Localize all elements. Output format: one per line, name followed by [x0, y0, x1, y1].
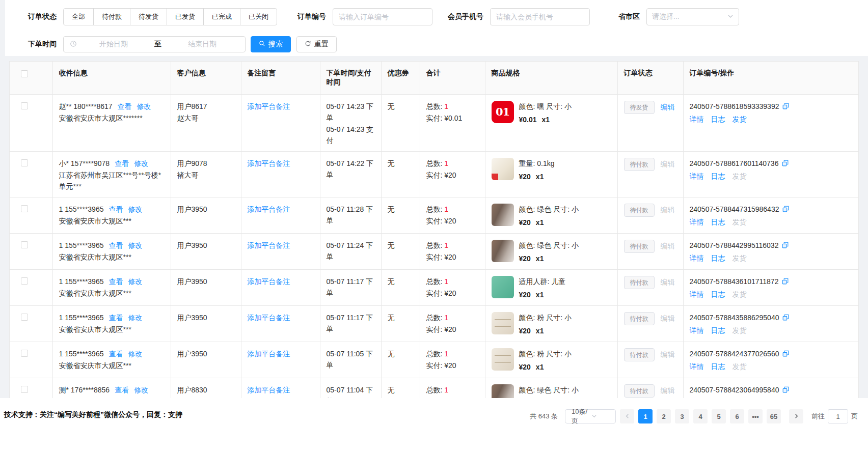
add-note-link[interactable]: 添加平台备注	[248, 350, 290, 358]
view-link[interactable]: 查看	[108, 205, 123, 213]
row-checkbox[interactable]	[21, 205, 28, 212]
edit-status-link[interactable]: 编辑	[661, 350, 675, 358]
search-button[interactable]: 搜索	[251, 36, 291, 52]
edit-status-link[interactable]: 编辑	[661, 206, 675, 214]
row-checkbox[interactable]	[21, 159, 28, 166]
view-link[interactable]: 查看	[108, 314, 123, 322]
copy-icon[interactable]	[781, 278, 789, 287]
product-spec: 颜色: 粉 尺寸: 小	[519, 312, 572, 323]
log-link[interactable]: 日志	[711, 172, 725, 180]
add-note-link[interactable]: 添加平台备注	[248, 159, 290, 167]
detail-link[interactable]: 详情	[690, 326, 704, 334]
status-tab-已关闭[interactable]: 已关闭	[240, 8, 277, 25]
page-size-select[interactable]: 10条/页	[565, 409, 616, 423]
detail-link[interactable]: 详情	[690, 115, 704, 123]
modify-link[interactable]: 修改	[137, 102, 151, 110]
edit-status-link[interactable]: 编辑	[661, 103, 675, 111]
copy-icon[interactable]	[781, 242, 789, 250]
ship-link[interactable]: 发货	[733, 218, 747, 226]
modify-link[interactable]: 修改	[134, 386, 148, 394]
status-tab-待发货[interactable]: 待发货	[130, 8, 167, 25]
modify-link[interactable]: 修改	[128, 277, 142, 286]
status-tab-待付款[interactable]: 待付款	[93, 8, 130, 25]
row-checkbox[interactable]	[21, 386, 28, 393]
ship-link[interactable]: 发货	[733, 290, 747, 298]
end-date-input[interactable]: 结束日期	[166, 40, 239, 49]
order-no-input[interactable]	[333, 8, 432, 25]
status-tab-已完成[interactable]: 已完成	[203, 8, 240, 25]
edit-status-link[interactable]: 编辑	[661, 314, 675, 322]
product-qty: x1	[536, 173, 544, 181]
modify-link[interactable]: 修改	[128, 350, 142, 358]
log-link[interactable]: 日志	[711, 218, 725, 226]
copy-icon[interactable]	[781, 160, 789, 168]
footer-bar: 技术支持：关注“编写美好前程”微信公众号，回复：支持 共 643 条 10条/页…	[0, 398, 868, 452]
view-link[interactable]: 查看	[108, 277, 123, 286]
ship-link[interactable]: 发货	[733, 172, 747, 180]
page-button-65[interactable]: 65	[767, 409, 781, 423]
region-select[interactable]: 请选择...	[646, 8, 739, 25]
log-link[interactable]: 日志	[711, 115, 725, 123]
add-note-link[interactable]: 添加平台备注	[248, 205, 290, 213]
ship-link[interactable]: 发货	[733, 115, 747, 123]
copy-icon[interactable]	[782, 103, 790, 111]
status-tab-全部[interactable]: 全部	[63, 8, 94, 25]
goto-page-input[interactable]	[828, 409, 848, 423]
select-all-checkbox[interactable]	[21, 70, 28, 77]
start-date-input[interactable]: 开始日期	[77, 40, 150, 49]
row-checkbox[interactable]	[21, 277, 28, 285]
page-button-•••[interactable]: •••	[748, 409, 763, 423]
prev-page-button[interactable]	[620, 409, 634, 423]
add-note-link[interactable]: 添加平台备注	[248, 241, 290, 249]
detail-link[interactable]: 详情	[690, 290, 704, 298]
reset-button[interactable]: 重置	[296, 36, 337, 52]
phone-input[interactable]	[490, 8, 590, 25]
modify-link[interactable]: 修改	[128, 314, 142, 322]
page-button-2[interactable]: 2	[657, 409, 671, 423]
add-note-link[interactable]: 添加平台备注	[248, 102, 290, 110]
row-checkbox[interactable]	[21, 314, 28, 321]
copy-icon[interactable]	[782, 206, 790, 214]
log-link[interactable]: 日志	[711, 362, 725, 371]
add-note-link[interactable]: 添加平台备注	[248, 277, 290, 286]
log-link[interactable]: 日志	[711, 290, 725, 298]
row-checkbox[interactable]	[21, 350, 28, 357]
view-link[interactable]: 查看	[115, 159, 129, 167]
view-link[interactable]: 查看	[115, 386, 129, 394]
page-button-4[interactable]: 4	[693, 409, 708, 423]
edit-status-link[interactable]: 编辑	[661, 242, 675, 250]
date-range-picker[interactable]: 开始日期 至 结束日期	[63, 36, 246, 52]
edit-status-link[interactable]: 编辑	[661, 278, 675, 286]
edit-status-link[interactable]: 编辑	[661, 160, 675, 168]
status-tab-已发货[interactable]: 已发货	[167, 8, 204, 25]
page-button-3[interactable]: 3	[675, 409, 689, 423]
copy-icon[interactable]	[782, 351, 790, 359]
modify-link[interactable]: 修改	[128, 205, 142, 213]
detail-link[interactable]: 详情	[690, 172, 704, 180]
detail-link[interactable]: 详情	[690, 218, 704, 226]
view-link[interactable]: 查看	[118, 102, 132, 110]
ship-link[interactable]: 发货	[733, 362, 747, 371]
next-page-button[interactable]	[789, 409, 803, 423]
view-link[interactable]: 查看	[108, 350, 123, 358]
ship-link[interactable]: 发货	[733, 326, 747, 334]
modify-link[interactable]: 修改	[128, 241, 142, 249]
log-link[interactable]: 日志	[711, 326, 725, 334]
add-note-link[interactable]: 添加平台备注	[248, 386, 290, 394]
page-button-6[interactable]: 6	[730, 409, 744, 423]
row-checkbox[interactable]	[21, 102, 28, 109]
ship-link[interactable]: 发货	[733, 254, 747, 262]
modify-link[interactable]: 修改	[134, 159, 148, 167]
row-checkbox[interactable]	[21, 241, 28, 248]
edit-status-link[interactable]: 编辑	[661, 386, 675, 394]
page-button-5[interactable]: 5	[712, 409, 726, 423]
detail-link[interactable]: 详情	[690, 254, 704, 262]
add-note-link[interactable]: 添加平台备注	[248, 314, 290, 322]
view-link[interactable]: 查看	[108, 241, 123, 249]
receiver-name-phone: 1 155****3965	[59, 277, 104, 286]
copy-icon[interactable]	[782, 315, 790, 323]
copy-icon[interactable]	[782, 387, 790, 395]
log-link[interactable]: 日志	[711, 254, 725, 262]
page-button-1[interactable]: 1	[638, 409, 653, 423]
detail-link[interactable]: 详情	[690, 362, 704, 371]
